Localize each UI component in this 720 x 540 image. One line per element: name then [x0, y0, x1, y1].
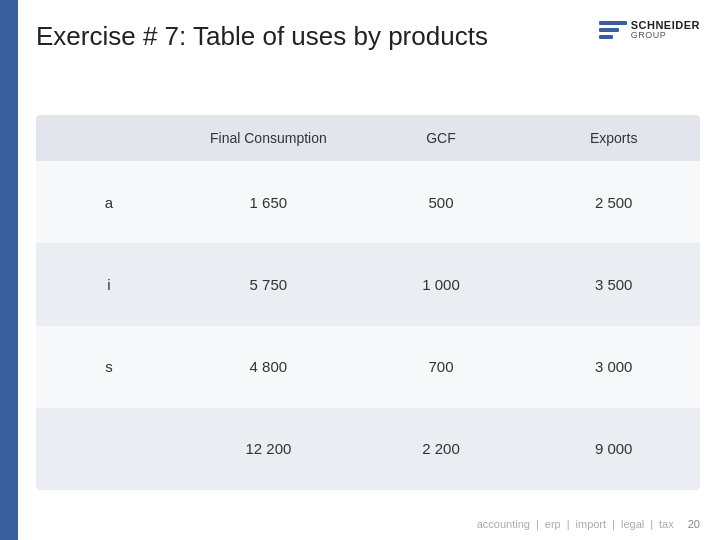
cell-gcf: 500: [355, 161, 528, 243]
footer-nav-tax: tax: [659, 518, 674, 530]
cell-exports: 9 000: [527, 408, 700, 490]
table-row: i5 7501 0003 500: [36, 243, 700, 325]
cell-label: [36, 408, 182, 490]
footer-nav: accounting | erp | import | legal | tax: [477, 518, 674, 530]
table-header-row: Final Consumption GCF Exports: [36, 115, 700, 161]
col-header-label: [36, 115, 182, 161]
table-row: 12 2002 2009 000: [36, 408, 700, 490]
footer-nav-legal: legal: [621, 518, 644, 530]
logo-text: SCHNEIDER GROUP: [631, 20, 700, 40]
col-header-exports: Exports: [527, 115, 700, 161]
header: Exercise # 7: Table of uses by products …: [36, 20, 700, 53]
logo-line-3: [599, 35, 613, 39]
cell-gcf: 1 000: [355, 243, 528, 325]
cell-exports: 2 500: [527, 161, 700, 243]
uses-table: Final Consumption GCF Exports a1 6505002…: [36, 115, 700, 490]
footer-nav-import: import: [576, 518, 607, 530]
cell-fc: 5 750: [182, 243, 355, 325]
page-title: Exercise # 7: Table of uses by products: [36, 20, 488, 53]
footer-sep-1: |: [536, 518, 539, 530]
footer-page-number: 20: [688, 518, 700, 530]
cell-label: s: [36, 326, 182, 408]
cell-label: i: [36, 243, 182, 325]
logo-line-2: [599, 28, 619, 32]
logo: SCHNEIDER GROUP: [599, 20, 700, 40]
footer-sep-2: |: [567, 518, 570, 530]
col-header-fc: Final Consumption: [182, 115, 355, 161]
logo-icon: SCHNEIDER GROUP: [599, 20, 700, 40]
cell-fc: 1 650: [182, 161, 355, 243]
col-header-gcf: GCF: [355, 115, 528, 161]
cell-fc: 12 200: [182, 408, 355, 490]
logo-sub: GROUP: [631, 31, 700, 40]
cell-exports: 3 000: [527, 326, 700, 408]
table-row: s4 8007003 000: [36, 326, 700, 408]
table-row: a1 6505002 500: [36, 161, 700, 243]
logo-line-1: [599, 21, 627, 25]
left-accent-bar: [0, 0, 18, 540]
cell-gcf: 700: [355, 326, 528, 408]
cell-gcf: 2 200: [355, 408, 528, 490]
cell-label: a: [36, 161, 182, 243]
footer-sep-4: |: [650, 518, 653, 530]
cell-fc: 4 800: [182, 326, 355, 408]
footer-sep-3: |: [612, 518, 615, 530]
logo-lines: [599, 21, 627, 39]
footer-nav-accounting: accounting: [477, 518, 530, 530]
footer: accounting | erp | import | legal | tax …: [36, 518, 700, 530]
table-container: Final Consumption GCF Exports a1 6505002…: [36, 115, 700, 490]
cell-exports: 3 500: [527, 243, 700, 325]
footer-nav-erp: erp: [545, 518, 561, 530]
